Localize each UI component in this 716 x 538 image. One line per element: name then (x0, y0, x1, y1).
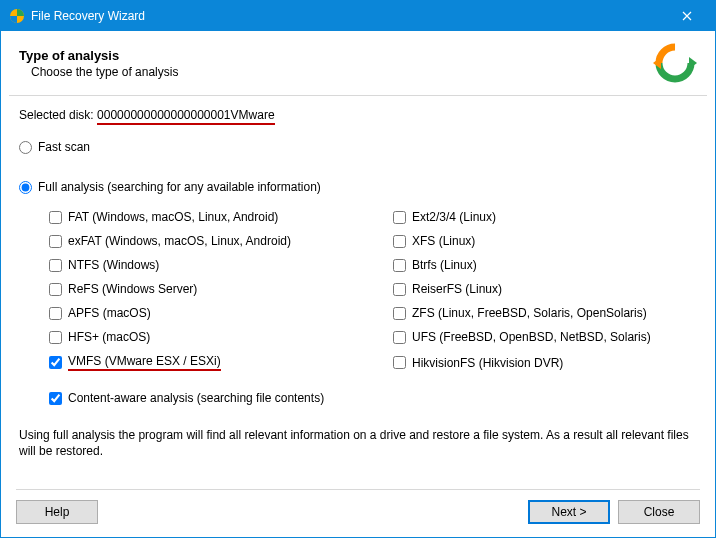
filesystem-checkbox[interactable]: Ext2/3/4 (Linux) (393, 210, 697, 224)
selected-disk-row: Selected disk: 00000000000000000001VMwar… (19, 108, 697, 122)
filesystem-label: FAT (Windows, macOS, Linux, Android) (68, 210, 278, 224)
page-subtitle: Choose the type of analysis (19, 65, 653, 79)
filesystem-label: VMFS (VMware ESX / ESXi) (68, 354, 221, 371)
window-title: File Recovery Wizard (31, 9, 667, 23)
filesystem-grid: FAT (Windows, macOS, Linux, Android)Ext2… (19, 200, 697, 375)
full-analysis-label: Full analysis (searching for any availab… (38, 180, 321, 194)
close-icon (682, 11, 692, 21)
filesystem-label: UFS (FreeBSD, OpenBSD, NetBSD, Solaris) (412, 330, 651, 344)
filesystem-checkbox[interactable]: FAT (Windows, macOS, Linux, Android) (49, 210, 353, 224)
fast-scan-radio-input[interactable] (19, 141, 32, 154)
filesystem-label: APFS (macOS) (68, 306, 151, 320)
next-button[interactable]: Next > (528, 500, 610, 524)
analysis-explanation: Using full analysis the program will fin… (1, 405, 715, 459)
filesystem-label: Btrfs (Linux) (412, 258, 477, 272)
filesystem-checkbox-input[interactable] (49, 211, 62, 224)
filesystem-checkbox-input[interactable] (393, 283, 406, 296)
filesystem-checkbox-input[interactable] (393, 307, 406, 320)
filesystem-label: NTFS (Windows) (68, 258, 159, 272)
wizard-icon (653, 41, 697, 85)
titlebar: File Recovery Wizard (1, 1, 715, 31)
filesystem-checkbox[interactable]: APFS (macOS) (49, 306, 353, 320)
wizard-header: Type of analysis Choose the type of anal… (1, 31, 715, 91)
content-aware-checkbox[interactable]: Content-aware analysis (searching file c… (49, 391, 697, 405)
filesystem-checkbox[interactable]: VMFS (VMware ESX / ESXi) (49, 354, 353, 371)
filesystem-label: ReFS (Windows Server) (68, 282, 197, 296)
filesystem-checkbox-input[interactable] (393, 211, 406, 224)
app-icon (9, 8, 25, 24)
filesystem-checkbox[interactable]: UFS (FreeBSD, OpenBSD, NetBSD, Solaris) (393, 330, 697, 344)
filesystem-label: Ext2/3/4 (Linux) (412, 210, 496, 224)
filesystem-label: exFAT (Windows, macOS, Linux, Android) (68, 234, 291, 248)
filesystem-checkbox[interactable]: NTFS (Windows) (49, 258, 353, 272)
filesystem-checkbox[interactable]: ReFS (Windows Server) (49, 282, 353, 296)
page-title: Type of analysis (19, 48, 653, 63)
filesystem-checkbox-input[interactable] (393, 356, 406, 369)
full-analysis-radio-input[interactable] (19, 181, 32, 194)
close-button[interactable]: Close (618, 500, 700, 524)
selected-disk-value: 00000000000000000001VMware (97, 108, 275, 125)
filesystem-label: XFS (Linux) (412, 234, 475, 248)
content-aware-label: Content-aware analysis (searching file c… (68, 391, 324, 405)
content-aware-checkbox-input[interactable] (49, 392, 62, 405)
filesystem-checkbox-input[interactable] (49, 259, 62, 272)
footer: Help Next > Close (0, 479, 716, 538)
filesystem-checkbox[interactable]: exFAT (Windows, macOS, Linux, Android) (49, 234, 353, 248)
filesystem-checkbox[interactable]: XFS (Linux) (393, 234, 697, 248)
filesystem-checkbox-input[interactable] (393, 259, 406, 272)
full-analysis-radio[interactable]: Full analysis (searching for any availab… (19, 180, 697, 194)
filesystem-checkbox[interactable]: ReiserFS (Linux) (393, 282, 697, 296)
filesystem-label: ZFS (Linux, FreeBSD, Solaris, OpenSolari… (412, 306, 647, 320)
filesystem-label: HFS+ (macOS) (68, 330, 150, 344)
fast-scan-radio[interactable]: Fast scan (19, 140, 697, 154)
filesystem-checkbox-input[interactable] (49, 331, 62, 344)
filesystem-checkbox[interactable]: HikvisionFS (Hikvision DVR) (393, 354, 697, 371)
window-close-button[interactable] (667, 1, 707, 31)
help-button[interactable]: Help (16, 500, 98, 524)
selected-disk-label: Selected disk: (19, 108, 94, 122)
filesystem-label: ReiserFS (Linux) (412, 282, 502, 296)
filesystem-checkbox[interactable]: ZFS (Linux, FreeBSD, Solaris, OpenSolari… (393, 306, 697, 320)
filesystem-checkbox[interactable]: Btrfs (Linux) (393, 258, 697, 272)
filesystem-checkbox-input[interactable] (393, 235, 406, 248)
filesystem-checkbox-input[interactable] (49, 235, 62, 248)
filesystem-checkbox-input[interactable] (49, 356, 62, 369)
filesystem-checkbox-input[interactable] (393, 331, 406, 344)
filesystem-checkbox[interactable]: HFS+ (macOS) (49, 330, 353, 344)
filesystem-label: HikvisionFS (Hikvision DVR) (412, 356, 563, 370)
filesystem-checkbox-input[interactable] (49, 283, 62, 296)
filesystem-checkbox-input[interactable] (49, 307, 62, 320)
footer-separator (16, 489, 700, 490)
fast-scan-label: Fast scan (38, 140, 90, 154)
